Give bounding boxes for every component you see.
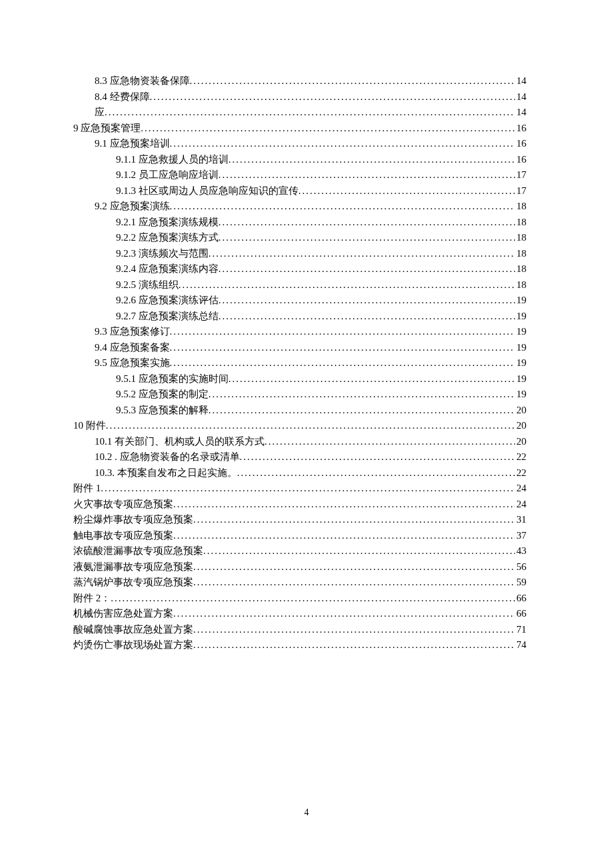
toc-entry[interactable]: 液氨泄漏事故专项应急预案56 <box>73 559 526 575</box>
toc-entry-page: 16 <box>515 152 526 168</box>
toc-entry-title: 9.5.2 应急预案的制定 <box>116 387 209 403</box>
toc-entry-page: 20 <box>515 434 526 450</box>
toc-entry-title: 9.2.1 应急预案演练规模 <box>116 215 219 231</box>
toc-entry-page: 56 <box>515 559 526 575</box>
toc-entry[interactable]: 10.3. 本预案自发布之日起实施。22 <box>73 465 526 481</box>
toc-entry-page: 19 <box>515 324 526 340</box>
toc-entry[interactable]: 9.3 应急预案修订19 <box>73 324 526 340</box>
toc-entry[interactable]: 9.2.6 应急预案演练评估19 <box>73 293 526 309</box>
toc-leader-dots <box>193 575 515 591</box>
toc-entry[interactable]: 9.5.1 应急预案的实施时间19 <box>73 371 526 387</box>
toc-entry-title: 9.5.3 应急预案的解释 <box>116 403 209 419</box>
toc-entry[interactable]: 9.1.1 应急救援人员的培训16 <box>73 152 526 168</box>
toc-entry-page: 37 <box>515 528 526 544</box>
toc-leader-dots <box>203 543 515 559</box>
toc-entry-page: 24 <box>515 497 526 513</box>
toc-entry-page: 16 <box>515 121 526 137</box>
toc-leader-dots <box>141 121 515 137</box>
toc-entry[interactable]: 10.1 有关部门、机构或人员的联系方式20 <box>73 434 526 450</box>
toc-entry-title: 9.5 应急预案实施 <box>95 355 170 371</box>
toc-leader-dots <box>193 637 515 653</box>
toc-entry-page: 59 <box>515 575 526 591</box>
toc-leader-dots <box>150 89 516 105</box>
toc-entry-page: 22 <box>515 465 526 481</box>
toc-entry-page: 19 <box>515 387 526 403</box>
toc-leader-dots <box>219 309 515 325</box>
toc-entry-page: 71 <box>515 622 526 638</box>
toc-leader-dots <box>209 387 515 403</box>
toc-leader-dots <box>193 559 515 575</box>
toc-entry-title: 10.2 . 应急物资装备的名录或清单 <box>95 449 240 465</box>
toc-leader-dots <box>209 246 515 262</box>
toc-entry[interactable]: 9.5.3 应急预案的解释20 <box>73 403 526 419</box>
toc-entry-page: 18 <box>515 277 526 293</box>
toc-leader-dots <box>299 183 515 199</box>
toc-entry[interactable]: 9.2.1 应急预案演练规模18 <box>73 215 526 231</box>
toc-entry[interactable]: 粉尘爆炸事故专项应急预案31 <box>73 512 526 528</box>
toc-entry[interactable]: 10 附件20 <box>73 418 526 434</box>
toc-entry[interactable]: 9.2.2 应急预案演练方式18 <box>73 230 526 246</box>
toc-entry-page: 31 <box>515 512 526 528</box>
toc-entry-page: 14 <box>515 105 526 121</box>
toc-entry-page: 14 <box>515 73 526 89</box>
toc-entry[interactable]: 8.3 应急物资装备保障14 <box>73 73 526 89</box>
toc-entry-page: 19 <box>515 293 526 309</box>
toc-entry[interactable]: 应14 <box>73 105 526 121</box>
toc-entry[interactable]: 9.2.7 应急预案演练总结19 <box>73 309 526 325</box>
toc-entry-title: 10.1 有关部门、机构或人员的联系方式 <box>95 434 265 450</box>
toc-entry-title: 9.2.2 应急预案演练方式 <box>116 230 219 246</box>
toc-entry[interactable]: 9.4 应急预案备案19 <box>73 340 526 356</box>
toc-entry-title: 10.3. 本预案自发布之日起实施。 <box>95 465 237 481</box>
toc-leader-dots <box>265 434 515 450</box>
toc-entry[interactable]: 附件 2：66 <box>73 591 526 607</box>
toc-leader-dots <box>173 528 515 544</box>
toc-entry[interactable]: 火灾事故专项应急预案24 <box>73 497 526 513</box>
toc-entry[interactable]: 蒸汽锅炉事故专项应急预案59 <box>73 575 526 591</box>
toc-entry-page: 17 <box>515 167 526 183</box>
page-number: 4 <box>0 807 613 818</box>
toc-entry-title: 应 <box>95 105 105 121</box>
toc-entry-page: 43 <box>515 543 526 559</box>
toc-entry[interactable]: 附件 124 <box>73 481 526 497</box>
toc-leader-dots <box>219 167 515 183</box>
toc-entry[interactable]: 9 应急预案管理16 <box>73 121 526 137</box>
toc-entry[interactable]: 9.2.3 演练频次与范围18 <box>73 246 526 262</box>
toc-entry[interactable]: 10.2 . 应急物资装备的名录或清单22 <box>73 449 526 465</box>
toc-leader-dots <box>179 277 515 293</box>
toc-leader-dots <box>237 465 515 481</box>
toc-entry-page: 18 <box>515 261 526 277</box>
toc-entry[interactable]: 灼烫伤亡事故现场处置方案74 <box>73 637 526 653</box>
toc-entry-page: 18 <box>515 246 526 262</box>
toc-entry[interactable]: 8.4 经费保障14 <box>73 89 526 105</box>
toc-entry-title: 附件 2： <box>73 591 111 607</box>
toc-entry[interactable]: 触电事故专项应急预案37 <box>73 528 526 544</box>
toc-leader-dots <box>105 105 515 121</box>
toc-entry[interactable]: 9.5.2 应急预案的制定19 <box>73 387 526 403</box>
toc-entry-title: 9.2.6 应急预案演练评估 <box>116 293 219 309</box>
toc-entry[interactable]: 酸碱腐蚀事故应急处置方案71 <box>73 622 526 638</box>
toc-entry-title: 液氨泄漏事故专项应急预案 <box>73 559 193 575</box>
toc-entry[interactable]: 9.1.2 员工应急响应培训17 <box>73 167 526 183</box>
toc-entry-title: 附件 1 <box>73 481 101 497</box>
toc-entry[interactable]: 浓硫酸泄漏事故专项应急预案43 <box>73 543 526 559</box>
toc-entry[interactable]: 9.2.5 演练组织18 <box>73 277 526 293</box>
toc-entry-page: 20 <box>515 403 526 419</box>
toc-entry[interactable]: 机械伤害应急处置方案66 <box>73 606 526 622</box>
toc-leader-dots <box>173 497 515 513</box>
toc-entry[interactable]: 9.1.3 社区或周边人员应急响应知识的宣传17 <box>73 183 526 199</box>
toc-entry[interactable]: 9.1 应急预案培训16 <box>73 136 526 152</box>
toc-leader-dots <box>193 622 515 638</box>
toc-entry-page: 66 <box>515 606 526 622</box>
toc-leader-dots <box>209 403 515 419</box>
toc-leader-dots <box>229 371 515 387</box>
toc-leader-dots <box>111 591 515 607</box>
toc-entry-title: 9.1.2 员工应急响应培训 <box>116 167 219 183</box>
toc-entry-title: 8.4 经费保障 <box>95 89 150 105</box>
toc-entry-page: 14 <box>515 89 526 105</box>
toc-entry[interactable]: 9.5 应急预案实施19 <box>73 355 526 371</box>
toc-entry-title: 9.1 应急预案培训 <box>95 136 170 152</box>
toc-entry[interactable]: 9.2 应急预案演练18 <box>73 199 526 215</box>
toc-entry-title: 9.2.4 应急预案演练内容 <box>116 261 219 277</box>
toc-entry[interactable]: 9.2.4 应急预案演练内容18 <box>73 261 526 277</box>
toc-leader-dots <box>170 340 516 356</box>
